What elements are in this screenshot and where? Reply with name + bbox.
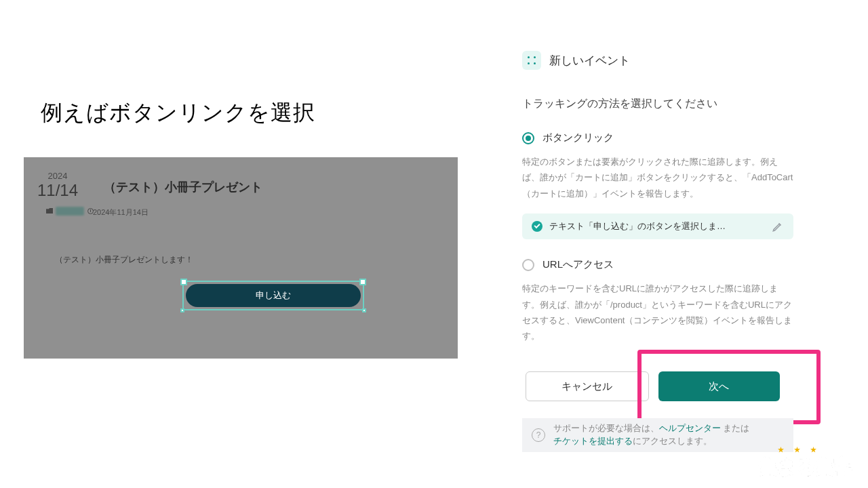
selected-button-text: テキスト「申し込む」のボタンを選択しま… — [549, 220, 765, 232]
new-event-title: 新しいイベント — [549, 53, 630, 68]
event-title: （テスト）小冊子プレゼント — [104, 179, 262, 195]
check-icon — [532, 221, 542, 232]
support-suffix: にアクセスします。 — [633, 436, 712, 446]
radio-button-click[interactable]: ボタンクリック — [522, 131, 793, 144]
radio-label-button-click: ボタンクリック — [542, 131, 614, 144]
apply-button[interactable]: 申し込む — [186, 284, 361, 307]
event-config-panel: 新しいイベント トラッキングの方法を選択してください ボタンクリック 特定のボタ… — [522, 51, 793, 357]
event-sub-date: 2024年11月14日 — [93, 207, 149, 218]
radio-icon — [522, 132, 534, 144]
help-icon: ? — [532, 428, 545, 442]
page-preview-panel: 2024 11/14 （テスト）小冊子プレゼント 2024年11月14日 （テス… — [24, 157, 458, 359]
next-button[interactable]: 次へ — [658, 371, 781, 401]
submit-ticket-link[interactable]: チケットを提出する — [553, 436, 633, 446]
tracking-section-title: トラッキングの方法を選択してください — [522, 97, 793, 111]
support-mid: または — [721, 424, 749, 433]
option-url-desc: 特定のキーワードを含むURLに誰かがアクセスした際に追跡します。例えば、誰かが「… — [522, 281, 793, 344]
event-date: 2024 11/14 — [24, 171, 92, 200]
help-center-link[interactable]: ヘルプセンター — [659, 424, 721, 433]
brand-logo: 集まる集客 — [759, 454, 852, 480]
edit-icon[interactable] — [772, 220, 784, 232]
instruction-heading: 例えばボタンリンクを選択 — [41, 98, 315, 128]
cancel-button[interactable]: キャンセル — [526, 371, 649, 401]
support-prefix: サポートが必要な場合は、 — [553, 424, 659, 433]
radio-icon — [522, 259, 534, 271]
folder-icon — [46, 208, 53, 214]
radio-url-access[interactable]: URLへアクセス — [522, 258, 793, 271]
category-tag — [56, 207, 84, 216]
event-month-day: 11/14 — [24, 181, 92, 200]
selected-button-chip[interactable]: テキスト「申し込む」のボタンを選択しま… — [522, 214, 793, 239]
support-footer: ? サポートが必要な場合は、ヘルプセンター または チケットを提出するにアクセス… — [522, 418, 793, 452]
event-year: 2024 — [24, 171, 92, 181]
event-body-text: （テスト）小冊子プレゼントします！ — [55, 254, 193, 266]
radio-label-url-access: URLへアクセス — [542, 258, 614, 271]
drag-handle-icon[interactable] — [522, 51, 541, 70]
option-button-desc: 特定のボタンまたは要素がクリックされた際に追跡します。例えば、誰かが「カートに追… — [522, 154, 793, 201]
